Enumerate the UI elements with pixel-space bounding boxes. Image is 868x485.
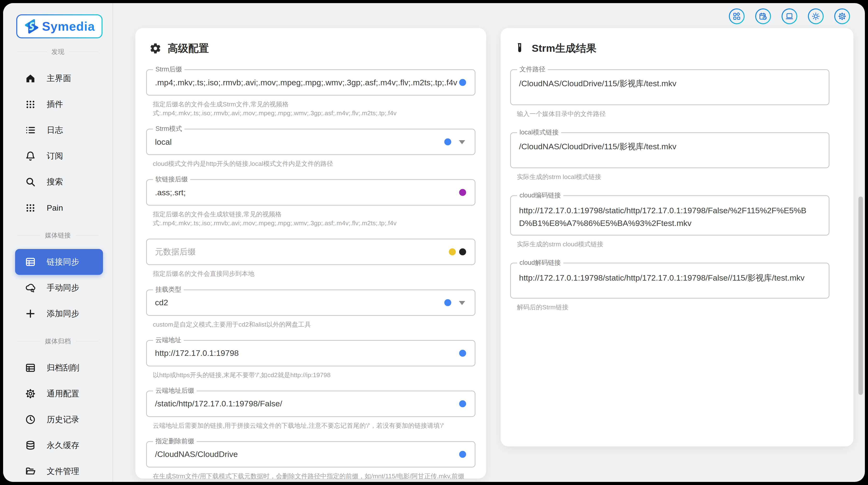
field-label: 挂载类型 [153, 285, 184, 293]
sidebar-item-archive-scrape[interactable]: 归档刮削 [3, 355, 113, 381]
field-value: /CloudNAS/CloudDrive/115/影视库/test.mkv [511, 133, 829, 168]
cloud-address-input[interactable]: 云端地址 http://172.17.0.1:19798 [146, 340, 475, 366]
test-tube-icon [514, 42, 526, 54]
field-helper: custom是自定义模式,主要用于cd2和alist以外的网盘工具 [153, 320, 471, 329]
schedule-button[interactable] [755, 8, 771, 24]
apps-grid-icon [25, 203, 36, 213]
sidebar-nav: 发现 主界面 插件 日志 订阅 搜索 [3, 44, 113, 482]
sun-icon [811, 12, 820, 21]
field-file-path: 文件路径 /CloudNAS/CloudDrive/115/影视库/test.m… [510, 69, 830, 118]
delete-prefix-input[interactable]: 指定删除前缀 /CloudNAS/CloudDrive [146, 441, 475, 467]
field-delete-prefix: 指定删除前缀 /CloudNAS/CloudDrive 在生成Strm文件/用下… [146, 441, 475, 482]
gear-icon [150, 42, 161, 54]
cloud-sync-icon [25, 282, 36, 293]
sidebar-item-file-manager[interactable]: 文件管理 [3, 458, 113, 482]
field-label: 云端地址 [153, 336, 184, 344]
strm-result-panel: Strm生成结果 文件路径 /CloudNAS/CloudDrive/115/影… [501, 28, 854, 447]
settings-button[interactable] [834, 8, 850, 24]
table-rows-icon [25, 256, 36, 267]
cloud-encoded-link-input[interactable]: cloud编码链接 http://172.17.0.1:19798/static… [510, 195, 830, 236]
display-mode-button[interactable] [781, 8, 797, 24]
sidebar-item-pain[interactable]: Pain [3, 195, 113, 221]
status-dot-blue [459, 79, 466, 86]
advanced-config-panel: 高级配置 Strm后缀 .mp4;.mkv;.ts;.iso;.rmvb;.av… [135, 28, 486, 479]
vertical-scrollbar[interactable] [859, 196, 863, 395]
app-title: Symedia [42, 19, 95, 34]
database-icon [25, 440, 36, 451]
file-path-input[interactable]: 文件路径 /CloudNAS/CloudDrive/115/影视库/test.m… [510, 69, 830, 105]
strm-mode-select[interactable]: Strm模式 local [146, 129, 475, 155]
chevron-down-icon [459, 140, 465, 144]
cloud-decoded-link-input[interactable]: cloud解码链接 http://172.17.0.1:19798/static… [510, 263, 830, 299]
plus-icon [25, 308, 36, 319]
apps-launcher-button[interactable] [729, 8, 745, 24]
sidebar-item-plugins[interactable]: 插件 [3, 91, 113, 117]
mount-type-select[interactable]: 挂载类型 cd2 [146, 290, 475, 316]
field-cloud-decoded-link: cloud解码链接 http://172.17.0.1:19798/static… [510, 263, 830, 312]
field-label: 文件路径 [517, 65, 548, 73]
field-value: .ass;.srt; [147, 180, 475, 205]
symedia-logo-icon [24, 19, 39, 34]
sidebar-item-history[interactable]: 历史记录 [3, 407, 113, 432]
field-strm-suffix: Strm后缀 .mp4;.mkv;.ts;.iso;.rmvb;.avi;.mo… [146, 69, 475, 118]
field-helper: 指定后缀名的文件会生成Strm文件,常见的视频格式:.mp4;.mkv;.ts;… [153, 100, 471, 118]
local-mode-link-input[interactable]: local模式链接 /CloudNAS/CloudDrive/115/影视库/t… [510, 132, 830, 168]
field-value: cd2 [147, 290, 475, 315]
softlink-suffix-input[interactable]: 软链接后缀 .ass;.srt; [146, 179, 475, 206]
sidebar-item-subscriptions[interactable]: 订阅 [3, 143, 113, 169]
bell-icon [25, 151, 36, 161]
status-dot-blue [444, 139, 451, 146]
app-logo[interactable]: Symedia [16, 14, 102, 38]
sidebar-item-logs[interactable]: 日志 [3, 117, 113, 143]
theme-toggle-button[interactable] [808, 8, 824, 24]
field-cloud-address-suffix: 云端地址后缀 /static/http/172.17.0.1:19798/Fal… [146, 391, 475, 430]
sidebar-item-search[interactable]: 搜索 [3, 169, 113, 195]
status-dot-black [459, 248, 466, 255]
field-label: local模式链接 [517, 128, 561, 136]
field-label: 软链接后缀 [153, 175, 190, 183]
field-helper: cloud模式文件内是http开头的链接,local模式文件内是文件的路径 [153, 159, 471, 168]
field-label: Strm后缀 [153, 65, 184, 73]
field-helper: 实际生成的strm local模式链接 [517, 173, 830, 181]
sidebar-section-media-links: 媒体链接 [18, 228, 98, 243]
sidebar-item-link-sync[interactable]: 链接同步 [15, 249, 103, 275]
metadata-suffix-input[interactable]: 元数据后缀 [146, 239, 475, 265]
field-placeholder: 元数据后缀 [147, 239, 475, 264]
table-rows-icon [25, 363, 36, 373]
field-value: /static/http/172.17.0.1:19798/False/ [147, 391, 475, 416]
field-cloud-address: 云端地址 http://172.17.0.1:19798 以http或https… [146, 340, 475, 380]
sidebar-item-permanent-cache[interactable]: 永久缓存 [3, 432, 113, 458]
cloud-address-suffix-input[interactable]: 云端地址后缀 /static/http/172.17.0.1:19798/Fal… [146, 391, 475, 417]
status-dot-purple [459, 189, 466, 196]
field-label: Strm模式 [153, 125, 184, 132]
status-dot-blue [444, 299, 451, 306]
field-metadata-suffix: 元数据后缀 指定后缀名的文件会直接同步到本地 [146, 239, 475, 278]
field-softlink-suffix: 软链接后缀 .ass;.srt; 指定后缀名的文件会生成软链接,常见的视频格式:… [146, 179, 475, 228]
sidebar-item-general-config[interactable]: 通用配置 [3, 381, 113, 407]
sidebar: Symedia 发现 主界面 插件 日志 订阅 [3, 3, 113, 482]
field-strm-mode: Strm模式 local cloud模式文件内是http开头的链接,local模… [146, 129, 475, 168]
field-helper: 云端地址后需要加的链接,用于拼接云端文件的下载地址,注意不要忘记首尾的'/'，若… [153, 421, 471, 430]
status-dot-blue [459, 400, 466, 407]
field-label: cloud解码链接 [517, 259, 563, 267]
search-icon [25, 177, 36, 187]
list-icon [25, 125, 36, 135]
field-value: http://172.17.0.1:19798/static/http/172.… [511, 196, 829, 235]
home-icon [25, 73, 36, 84]
strm-suffix-input[interactable]: Strm后缀 .mp4;.mkv;.ts;.iso;.rmvb;.avi;.mo… [146, 69, 475, 96]
sidebar-section-discover: 发现 [18, 44, 98, 59]
panel-title: 高级配置 [168, 41, 209, 55]
folder-icon [25, 466, 36, 477]
field-value: local [147, 129, 475, 154]
field-value: http://172.17.0.1:19798/static/http/172.… [511, 263, 829, 298]
sidebar-item-home[interactable]: 主界面 [3, 65, 113, 91]
field-label: cloud编码链接 [517, 191, 563, 199]
advanced-config-header: 高级配置 [150, 41, 475, 55]
strm-result-header: Strm生成结果 [514, 41, 830, 55]
field-helper: 指定后缀名的文件会直接同步到本地 [153, 269, 471, 278]
sidebar-item-add-sync[interactable]: 添加同步 [3, 301, 113, 327]
panel-title: Strm生成结果 [532, 41, 596, 55]
gear-icon [838, 12, 846, 21]
sidebar-item-manual-sync[interactable]: 手动同步 [3, 275, 113, 301]
clock-icon [25, 414, 36, 425]
